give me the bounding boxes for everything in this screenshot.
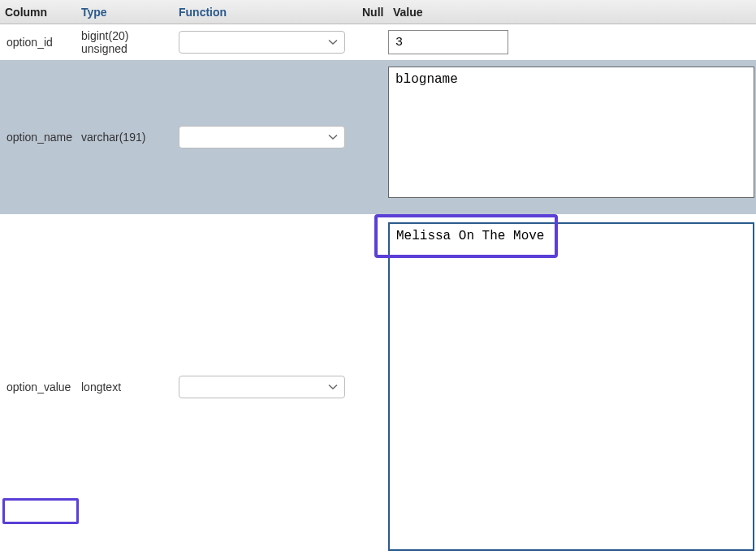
column-name: option_value: [0, 376, 75, 398]
function-select[interactable]: [179, 31, 345, 54]
table-row: option_name varchar(191): [0, 60, 756, 214]
header-column: Column: [0, 1, 75, 24]
null-cell: [356, 382, 387, 392]
column-type: varchar(191): [75, 126, 172, 148]
header-value: Value: [387, 1, 756, 24]
value-cell: [387, 60, 756, 214]
chevron-down-icon: [328, 39, 338, 45]
column-type: bigint(20) unsigned: [75, 24, 172, 60]
null-cell: [356, 37, 387, 47]
value-cell: [387, 214, 756, 559]
chevron-down-icon: [328, 134, 338, 140]
value-input-option-id[interactable]: [388, 30, 508, 54]
function-cell: [172, 371, 356, 403]
table-row: option_value longtext: [0, 214, 756, 559]
header-type[interactable]: Type: [75, 1, 172, 24]
column-type: longtext: [75, 376, 172, 398]
function-select[interactable]: [179, 376, 345, 398]
value-textarea-option-value[interactable]: [388, 222, 754, 551]
chevron-down-icon: [328, 384, 338, 390]
header-null: Null: [356, 1, 387, 24]
column-name: option_name: [0, 126, 75, 148]
column-name: option_id: [0, 31, 75, 54]
value-textarea-option-name[interactable]: [388, 67, 754, 198]
table-row: option_id bigint(20) unsigned: [0, 24, 756, 60]
function-select[interactable]: [179, 126, 345, 148]
function-cell: [172, 26, 356, 58]
edit-table: Column Type Function Null Value option_i…: [0, 0, 756, 559]
null-cell: [356, 132, 387, 142]
value-cell: [387, 24, 756, 60]
function-cell: [172, 121, 356, 153]
table-header-row: Column Type Function Null Value: [0, 0, 756, 24]
header-function[interactable]: Function: [172, 1, 356, 24]
